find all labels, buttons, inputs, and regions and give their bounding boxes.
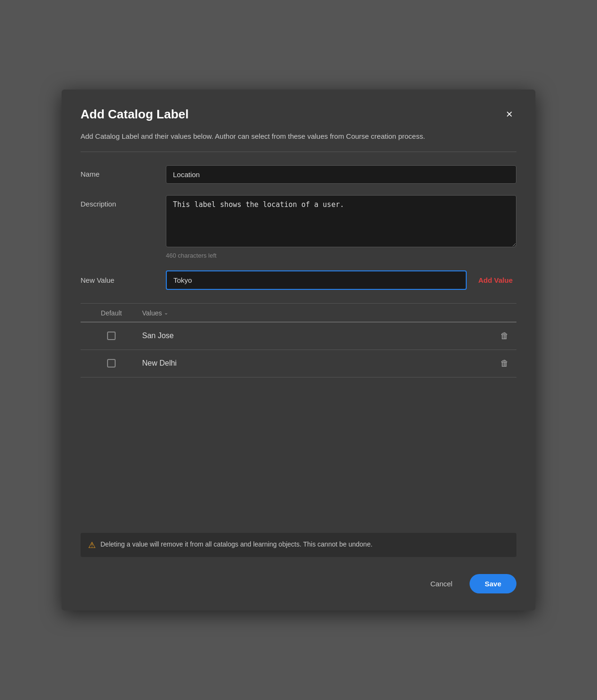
save-button[interactable]: Save [470, 574, 516, 593]
checkbox-cell-1 [81, 332, 142, 340]
modal-dialog: Add Catalog Label × Add Catalog Label an… [62, 90, 535, 610]
description-field-control: This label shows the location of a user.… [166, 195, 516, 259]
new-value-label: New Value [81, 276, 166, 284]
description-field-row: Description This label shows the locatio… [81, 195, 516, 259]
cancel-button[interactable]: Cancel [423, 575, 460, 592]
modal-footer: Cancel Save [81, 570, 516, 593]
new-value-input[interactable] [166, 270, 467, 290]
name-label: Name [81, 165, 166, 178]
description-label: Description [81, 195, 166, 208]
close-button[interactable]: × [502, 107, 516, 122]
char-count: 460 characters left [166, 252, 516, 259]
table-row: New Delhi 🗑 [81, 350, 516, 377]
warning-icon: ⚠ [88, 540, 96, 550]
row-value-1: San Jose [142, 332, 493, 340]
values-sort-icon[interactable]: ⌄ [164, 310, 168, 316]
modal-title: Add Catalog Label [81, 107, 189, 122]
header-divider [81, 152, 516, 152]
col-header-default: Default [81, 309, 142, 317]
description-textarea[interactable]: This label shows the location of a user. [166, 195, 516, 247]
row-delete-cell-2: 🗑 [493, 357, 516, 370]
name-field-control [166, 165, 516, 184]
name-field-row: Name [81, 165, 516, 184]
table-body: San Jose 🗑 New Delhi 🗑 [81, 323, 516, 377]
modal-header: Add Catalog Label × [81, 107, 516, 122]
table-header: Default Values ⌄ [81, 304, 516, 323]
delete-button-1[interactable]: 🗑 [498, 329, 511, 343]
table-row: San Jose 🗑 [81, 323, 516, 350]
warning-box: ⚠ Deleting a value will remove it from a… [81, 533, 516, 557]
warning-text: Deleting a value will remove it from all… [100, 539, 372, 549]
add-value-button[interactable]: Add Value [474, 276, 516, 284]
row-delete-cell-1: 🗑 [493, 329, 516, 343]
checkbox-cell-2 [81, 359, 142, 368]
row-checkbox-2[interactable] [107, 359, 116, 368]
row-value-2: New Delhi [142, 359, 493, 368]
new-value-row: New Value Add Value [81, 270, 516, 290]
col-header-values: Values ⌄ [142, 309, 516, 317]
row-checkbox-1[interactable] [107, 332, 116, 340]
delete-button-2[interactable]: 🗑 [498, 357, 511, 370]
name-input[interactable] [166, 165, 516, 184]
new-value-input-wrap [166, 270, 467, 290]
warning-section: ⚠ Deleting a value will remove it from a… [81, 519, 516, 593]
modal-description: Add Catalog Label and their values below… [81, 131, 516, 142]
